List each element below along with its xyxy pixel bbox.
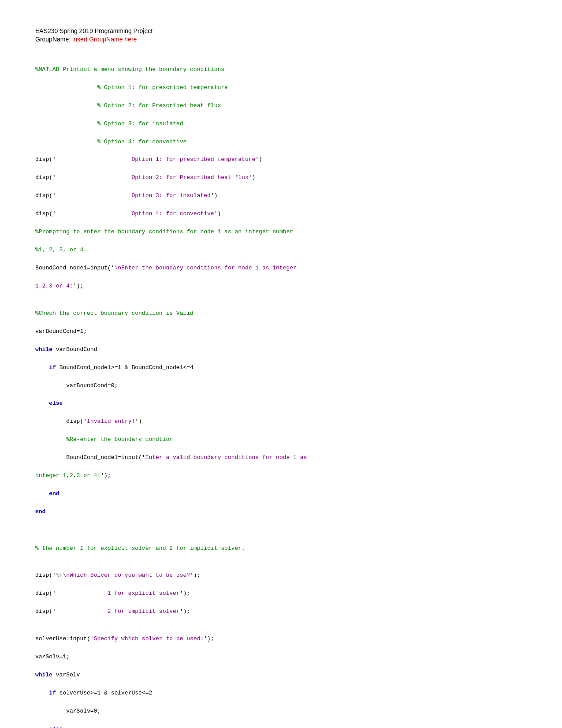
page: EAS230 Spring 2019 Programming Project G…: [0, 0, 562, 728]
header-line2: GroupName: insert GroupName here: [35, 36, 527, 43]
group-name-prefix: GroupName:: [35, 36, 72, 43]
group-name-value: insert GroupName here: [72, 36, 137, 43]
code-block: %MATLAB Printout a menu showing the boun…: [35, 56, 527, 728]
header-line1: EAS230 Spring 2019 Programming Project: [35, 26, 527, 36]
header: EAS230 Spring 2019 Programming Project G…: [35, 26, 527, 43]
